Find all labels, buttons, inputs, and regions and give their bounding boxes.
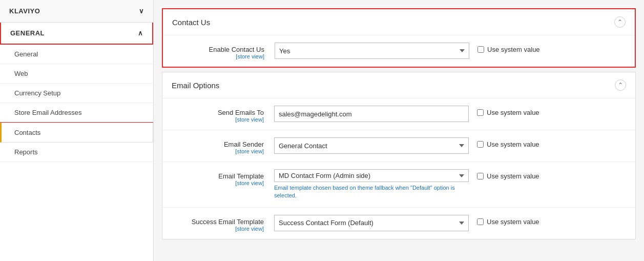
contact-us-chevron-icon: ⌃ xyxy=(617,18,622,26)
sidebar-item-web[interactable]: Web xyxy=(0,64,153,84)
success-email-template-label: Success Email Template [store view] xyxy=(172,215,274,232)
email-sender-system-value[interactable]: Use system value xyxy=(477,137,539,148)
enable-contact-us-system-value[interactable]: Use system value xyxy=(477,43,540,53)
email-template-note: Email template chosen based on theme fal… xyxy=(274,184,469,200)
email-sender-checkbox[interactable] xyxy=(477,141,484,148)
sidebar-item-store-email-addresses[interactable]: Store Email Addresses xyxy=(0,103,153,123)
send-emails-to-control: Use system value xyxy=(274,106,626,122)
email-sender-select[interactable]: General Contact Sales Representative Cus… xyxy=(274,137,469,154)
email-template-control: MD Contact Form (Admin side) Default Ema… xyxy=(274,169,626,200)
general-chevron-icon: ∧ xyxy=(138,29,143,37)
send-emails-to-system-value[interactable]: Use system value xyxy=(477,106,539,116)
sidebar-item-reports[interactable]: Reports xyxy=(0,143,153,162)
success-email-template-select[interactable]: Success Contact Form (Default) Default xyxy=(274,215,469,231)
success-email-template-system-value[interactable]: Use system value xyxy=(477,215,539,226)
email-options-collapse-button[interactable]: ⌃ xyxy=(615,79,626,91)
email-template-select[interactable]: MD Contact Form (Admin side) Default xyxy=(274,169,469,182)
sidebar-klaviyo-header[interactable]: KLAVIYO ∨ xyxy=(0,0,153,23)
email-template-label: Email Template [store view] xyxy=(172,169,274,186)
email-options-panel-header: Email Options ⌃ xyxy=(162,72,635,98)
klaviyo-chevron-icon: ∨ xyxy=(139,7,144,15)
success-email-template-row: Success Email Template [store view] Succ… xyxy=(162,208,635,239)
email-options-panel: Email Options ⌃ Send Emails To [store vi… xyxy=(162,72,636,239)
enable-contact-us-checkbox[interactable] xyxy=(477,46,484,53)
success-email-template-control: Success Contact Form (Default) Default U… xyxy=(274,215,626,231)
email-template-col: MD Contact Form (Admin side) Default Ema… xyxy=(274,169,469,200)
contact-us-panel-header: Contact Us ⌃ xyxy=(163,9,635,35)
contact-us-title: Contact Us xyxy=(172,18,210,27)
email-template-checkbox[interactable] xyxy=(477,173,484,179)
enable-contact-us-select[interactable]: Yes No xyxy=(275,43,469,59)
email-template-system-value[interactable]: Use system value xyxy=(477,169,539,180)
email-template-row: Email Template [store view] MD Contact F… xyxy=(162,162,635,208)
sidebar-klaviyo-label: KLAVIYO xyxy=(9,7,40,15)
send-emails-to-row: Send Emails To [store view] Use system v… xyxy=(162,98,635,130)
email-options-chevron-icon: ⌃ xyxy=(618,82,623,89)
main-content: Contact Us ⌃ Enable Contact Us [store vi… xyxy=(154,0,644,261)
sidebar-item-currency-setup[interactable]: Currency Setup xyxy=(0,84,153,103)
send-emails-to-input[interactable] xyxy=(274,106,469,122)
sidebar-general-label: GENERAL xyxy=(10,29,45,37)
enable-contact-us-label: Enable Contact Us [store view] xyxy=(172,43,275,59)
sidebar-item-contacts[interactable]: Contacts xyxy=(0,123,153,143)
email-sender-row: Email Sender [store view] General Contac… xyxy=(162,130,635,162)
email-sender-label: Email Sender [store view] xyxy=(172,137,274,154)
sidebar-general-header[interactable]: GENERAL ∧ xyxy=(0,23,153,45)
sidebar: KLAVIYO ∨ GENERAL ∧ General Web Currency… xyxy=(0,0,154,261)
sidebar-item-general[interactable]: General xyxy=(0,45,153,64)
contact-us-collapse-button[interactable]: ⌃ xyxy=(614,16,626,28)
enable-contact-us-control: Yes No Use system value xyxy=(275,43,626,59)
send-emails-to-checkbox[interactable] xyxy=(477,109,484,116)
enable-contact-us-row: Enable Contact Us [store view] Yes No Us… xyxy=(163,35,635,67)
email-sender-control: General Contact Sales Representative Cus… xyxy=(274,137,626,154)
email-options-title: Email Options xyxy=(172,81,219,90)
success-email-template-checkbox[interactable] xyxy=(477,218,484,225)
send-emails-to-label: Send Emails To [store view] xyxy=(172,106,274,123)
contact-us-panel: Contact Us ⌃ Enable Contact Us [store vi… xyxy=(162,8,636,68)
